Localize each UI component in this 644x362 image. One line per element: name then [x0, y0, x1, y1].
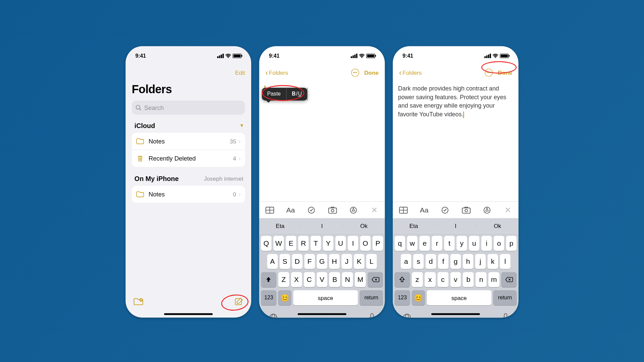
back-button[interactable]: ‹Folders: [399, 69, 422, 77]
new-folder-button[interactable]: [133, 298, 143, 306]
key-b[interactable]: B: [329, 272, 340, 287]
key-z[interactable]: z: [412, 272, 423, 287]
key-z[interactable]: Z: [278, 272, 289, 287]
key-f[interactable]: F: [304, 254, 315, 269]
key-y[interactable]: Y: [323, 236, 334, 251]
table-icon[interactable]: [398, 205, 409, 216]
globe-icon[interactable]: [269, 313, 278, 317]
numbers-key[interactable]: 123: [394, 290, 410, 305]
camera-icon[interactable]: [461, 205, 472, 216]
markup-icon[interactable]: [482, 205, 492, 216]
markup-icon[interactable]: [348, 205, 359, 216]
key-i[interactable]: i: [481, 236, 492, 251]
key-f[interactable]: f: [438, 254, 449, 269]
key-b[interactable]: b: [463, 272, 474, 287]
shift-key[interactable]: [394, 272, 410, 287]
suggestion[interactable]: Ok: [343, 222, 385, 229]
mic-icon[interactable]: [502, 313, 508, 317]
suggestion[interactable]: Eta: [259, 222, 301, 229]
key-l[interactable]: L: [366, 254, 377, 269]
compose-button[interactable]: [234, 297, 243, 306]
key-v[interactable]: V: [317, 272, 328, 287]
key-a[interactable]: a: [401, 254, 412, 269]
text-format-icon[interactable]: Aa: [285, 205, 296, 216]
key-k[interactable]: k: [487, 254, 498, 269]
mic-icon[interactable]: [369, 313, 375, 317]
close-icon[interactable]: ✕: [369, 205, 380, 216]
key-m[interactable]: m: [488, 272, 499, 287]
key-h[interactable]: h: [463, 254, 473, 269]
key-m[interactable]: M: [355, 272, 366, 287]
key-d[interactable]: D: [292, 254, 303, 269]
key-n[interactable]: N: [342, 272, 353, 287]
table-icon[interactable]: [264, 205, 275, 216]
emoji-key[interactable]: 😊: [412, 290, 425, 305]
key-j[interactable]: J: [341, 254, 352, 269]
key-w[interactable]: w: [407, 236, 418, 251]
key-e[interactable]: e: [419, 236, 430, 251]
key-c[interactable]: c: [437, 272, 448, 287]
key-c[interactable]: C: [304, 272, 315, 287]
key-t[interactable]: t: [444, 236, 455, 251]
key-t[interactable]: T: [311, 236, 321, 251]
key-s[interactable]: s: [413, 254, 424, 269]
numbers-key[interactable]: 123: [261, 290, 276, 305]
key-o[interactable]: O: [360, 236, 371, 251]
key-j[interactable]: j: [475, 254, 486, 269]
key-a[interactable]: A: [267, 254, 278, 269]
checklist-icon[interactable]: [440, 205, 450, 216]
delete-key[interactable]: [501, 272, 517, 287]
checklist-icon[interactable]: [306, 205, 317, 216]
key-q[interactable]: Q: [261, 236, 272, 251]
more-button[interactable]: •••: [351, 69, 359, 77]
key-p[interactable]: P: [372, 236, 383, 251]
space-key[interactable]: space: [427, 290, 491, 305]
more-button[interactable]: •••: [485, 69, 493, 77]
shift-key[interactable]: [261, 272, 276, 287]
ctx-paste[interactable]: Paste: [262, 88, 286, 101]
edit-button[interactable]: Edit: [235, 69, 245, 76]
suggestion[interactable]: I: [435, 222, 477, 229]
key-s[interactable]: S: [279, 254, 290, 269]
done-button[interactable]: Done: [364, 69, 379, 76]
suggestion[interactable]: Eta: [393, 222, 435, 229]
key-o[interactable]: o: [494, 236, 504, 251]
done-button[interactable]: Done: [498, 69, 512, 76]
return-key[interactable]: return: [493, 290, 517, 305]
key-l[interactable]: l: [500, 254, 511, 269]
search-input[interactable]: Search: [132, 101, 245, 115]
camera-icon[interactable]: [327, 205, 338, 216]
back-button[interactable]: ‹Folders: [265, 69, 288, 77]
delete-key[interactable]: [368, 272, 383, 287]
key-e[interactable]: E: [286, 236, 297, 251]
key-p[interactable]: p: [506, 236, 517, 251]
key-i[interactable]: I: [348, 236, 359, 251]
key-x[interactable]: x: [425, 272, 436, 287]
key-q[interactable]: q: [394, 236, 405, 251]
text-format-icon[interactable]: Aa: [419, 205, 430, 216]
return-key[interactable]: return: [360, 290, 383, 305]
key-g[interactable]: G: [317, 254, 327, 269]
space-key[interactable]: space: [293, 290, 358, 305]
key-x[interactable]: X: [291, 272, 302, 287]
note-editor[interactable]: Dark mode provides high contract and pow…: [393, 80, 519, 201]
key-r[interactable]: r: [432, 236, 442, 251]
note-editor[interactable]: Paste BIU: [259, 80, 385, 201]
section-icloud[interactable]: iCloud ▾: [132, 115, 245, 133]
key-g[interactable]: g: [450, 254, 461, 269]
key-v[interactable]: v: [450, 272, 461, 287]
suggestion[interactable]: I: [301, 222, 343, 229]
key-d[interactable]: d: [426, 254, 436, 269]
key-n[interactable]: n: [476, 272, 487, 287]
suggestion[interactable]: Ok: [477, 222, 519, 229]
key-y[interactable]: y: [457, 236, 467, 251]
key-r[interactable]: R: [298, 236, 309, 251]
globe-icon[interactable]: [402, 313, 411, 317]
key-k[interactable]: K: [354, 254, 365, 269]
close-icon[interactable]: ✕: [503, 205, 514, 216]
row-recently-deleted[interactable]: Recently Deleted 4 ›: [132, 149, 245, 167]
key-u[interactable]: u: [469, 236, 480, 251]
row-notes[interactable]: Notes 35 ›: [132, 133, 245, 149]
key-w[interactable]: W: [273, 236, 284, 251]
emoji-key[interactable]: 😊: [278, 290, 291, 305]
